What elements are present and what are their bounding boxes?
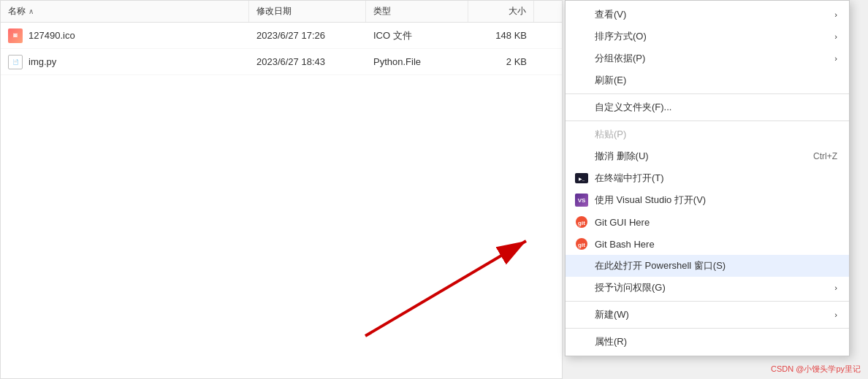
sort-arrow: ∧ — [28, 7, 34, 15]
menu-item-gitbash[interactable]: git Git Bash Here — [566, 233, 849, 255]
col-header-type[interactable]: 类型 — [366, 1, 468, 22]
file-list: 🖼 127490.ico 2023/6/27 17:26 ICO 文件 148 … — [1, 23, 562, 75]
file-explorer: 名称 ∧ 修改日期 类型 大小 🖼 127490.ico 2023/6/27 1… — [0, 0, 563, 379]
svg-text:git: git — [578, 242, 585, 248]
menu-item-access[interactable]: 授予访问权限(G) › — [566, 277, 849, 299]
empty-icon — [574, 51, 589, 66]
menu-item-paste: 粘贴(P) — [566, 123, 849, 145]
col-type-label: 类型 — [373, 5, 391, 18]
menu-label: 粘贴(P) — [595, 128, 626, 141]
menu-item-powershell[interactable]: 在此处打开 Powershell 窗口(S) — [566, 255, 849, 277]
menu-label: 分组依据(P) — [595, 52, 645, 65]
menu-separator — [566, 93, 849, 94]
file-type-cell: ICO 文件 — [366, 26, 468, 45]
menu-label: 刷新(E) — [595, 74, 626, 87]
terminal-icon — [574, 171, 589, 185]
empty-icon — [574, 280, 589, 295]
file-name: 127490.ico — [28, 30, 75, 41]
empty-icon — [574, 7, 589, 22]
menu-item-gitgui[interactable]: git Git GUI Here — [566, 211, 849, 233]
menu-label: 排序方式(O) — [595, 30, 647, 43]
col-header-size[interactable]: 大小 — [468, 1, 534, 22]
vs-icon: VS — [574, 193, 589, 207]
menu-item-group[interactable]: 分组依据(P) › — [566, 47, 849, 69]
empty-icon — [574, 259, 589, 273]
menu-item-view[interactable]: 查看(V) › — [566, 4, 849, 26]
menu-label: 在此处打开 Powershell 窗口(S) — [595, 259, 726, 272]
git-icon: git — [574, 215, 589, 229]
empty-icon — [574, 29, 589, 44]
menu-item-customize[interactable]: 自定义文件夹(F)... — [566, 96, 849, 118]
file-date-cell: 2023/6/27 18:43 — [249, 53, 366, 70]
git-icon: git — [574, 237, 589, 251]
table-row[interactable]: 🖼 127490.ico 2023/6/27 17:26 ICO 文件 148 … — [1, 23, 562, 49]
menu-label: 查看(V) — [595, 8, 626, 21]
menu-label: 新建(W) — [595, 308, 629, 321]
col-date-label: 修改日期 — [256, 5, 292, 18]
menu-item-properties[interactable]: 属性(R) — [566, 331, 849, 353]
menu-label: Git GUI Here — [595, 217, 650, 228]
menu-item-undo[interactable]: 撤消 删除(U) Ctrl+Z — [566, 145, 849, 167]
submenu-arrow: › — [834, 10, 837, 19]
file-size-cell: 148 KB — [468, 27, 534, 44]
col-header-name[interactable]: 名称 ∧ — [1, 1, 249, 22]
menu-separator — [566, 301, 849, 302]
file-name-cell: 🖼 127490.ico — [1, 26, 249, 46]
empty-icon — [574, 149, 589, 164]
menu-label: 撤消 删除(U) — [595, 150, 649, 163]
ico-icon: 🖼 — [8, 28, 23, 43]
col-header-date[interactable]: 修改日期 — [249, 1, 366, 22]
shortcut-label: Ctrl+Z — [813, 151, 837, 161]
menu-label: 属性(R) — [595, 335, 627, 348]
menu-separator — [566, 328, 849, 329]
column-headers: 名称 ∧ 修改日期 类型 大小 — [1, 1, 562, 23]
submenu-arrow: › — [834, 310, 837, 319]
menu-item-sort[interactable]: 排序方式(O) › — [566, 26, 849, 47]
menu-label: 授予访问权限(G) — [595, 281, 666, 294]
empty-icon — [574, 127, 589, 142]
watermark: CSDN @小馒头学py里记 — [771, 364, 861, 375]
file-name-cell: 📄 img.py — [1, 52, 249, 72]
file-type-cell: Python.File — [366, 53, 468, 70]
empty-icon — [574, 73, 589, 88]
menu-item-vs[interactable]: VS 使用 Visual Studio 打开(V) — [566, 189, 849, 211]
context-menu: 查看(V) › 排序方式(O) › 分组依据(P) › 刷新(E) 自定义文件夹… — [565, 0, 850, 356]
table-row[interactable]: 📄 img.py 2023/6/27 18:43 Python.File 2 K… — [1, 49, 562, 75]
submenu-arrow: › — [834, 54, 837, 63]
menu-item-new[interactable]: 新建(W) › — [566, 304, 849, 326]
svg-text:git: git — [578, 220, 585, 226]
py-icon: 📄 — [8, 55, 23, 69]
col-size-label: 大小 — [509, 5, 526, 18]
file-date-cell: 2023/6/27 17:26 — [249, 27, 366, 44]
menu-label: Git Bash Here — [595, 239, 655, 250]
menu-item-terminal[interactable]: 在终端中打开(T) — [566, 167, 849, 189]
col-name-label: 名称 — [8, 5, 26, 18]
menu-label: 自定义文件夹(F)... — [595, 101, 671, 114]
menu-label: 在终端中打开(T) — [595, 172, 664, 185]
menu-label: 使用 Visual Studio 打开(V) — [595, 194, 706, 207]
menu-separator — [566, 120, 849, 121]
empty-icon — [574, 334, 589, 349]
file-name: img.py — [28, 56, 56, 67]
submenu-arrow: › — [834, 283, 837, 292]
menu-item-refresh[interactable]: 刷新(E) — [566, 69, 849, 91]
empty-icon — [574, 100, 589, 115]
file-size-cell: 2 KB — [468, 53, 534, 70]
empty-icon — [574, 307, 589, 322]
submenu-arrow: › — [834, 32, 837, 41]
